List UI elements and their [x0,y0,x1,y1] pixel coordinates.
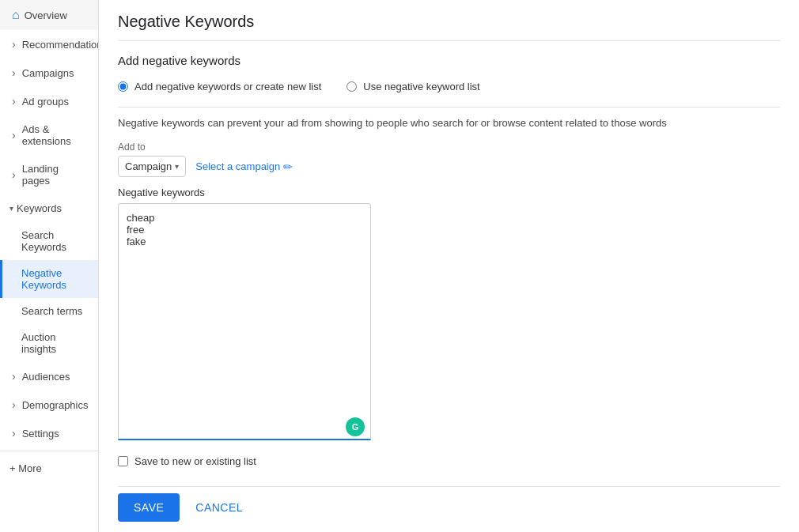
page-title: Negative Keywords [118,13,780,41]
grammarly-icon: G [346,417,365,436]
select-campaign-link[interactable]: Select a campaign ✏ [195,160,293,173]
sidebar-item-more[interactable]: + More [0,455,98,482]
save-to-list-label[interactable]: Save to new or existing list [134,455,256,467]
sidebar-item-adgroups[interactable]: Ad groups [0,87,98,115]
neg-keywords-label: Negative keywords [118,187,780,198]
sidebar-item-search-terms[interactable]: Search terms [0,298,98,324]
radio-add-label: Add negative keywords or create new list [134,80,321,94]
sidebar-item-ads-extensions[interactable]: Ads & extensions [0,115,98,155]
save-to-list-row: Save to new or existing list [118,455,780,467]
radio-option-use-list[interactable]: Use negative keyword list [346,80,479,94]
campaign-select-dropdown[interactable]: Campaign ▾ [118,156,186,177]
sidebar-item-demographics[interactable]: Demographics [0,391,98,419]
info-text: Negative keywords can prevent your ad fr… [118,117,780,129]
neg-keywords-textarea[interactable]: cheap free fake [118,203,371,440]
main-content: Negative Keywords Add negative keywords … [99,0,799,532]
edit-icon: ✏ [283,160,293,173]
sidebar-item-negative-keywords[interactable]: Negative Keywords [0,260,98,298]
keywords-arrow: ▾ [9,204,13,213]
sidebar-item-keywords[interactable]: ▾ Keywords [0,194,98,222]
cancel-button[interactable]: CANCEL [192,493,246,522]
sidebar-item-overview[interactable]: ⌂ Overview [0,0,98,30]
sidebar-divider [0,451,98,451]
chevron-down-icon: ▾ [175,162,179,171]
add-section-title: Add negative keywords [118,54,780,67]
sidebar: ⌂ Overview Recommendations Campaigns Ad … [0,0,99,532]
sidebar-item-landing-pages[interactable]: Landing pages [0,155,98,194]
section-divider-1 [118,107,780,108]
sidebar-item-auction-insights[interactable]: Auction insights [0,324,98,362]
sidebar-item-search-keywords[interactable]: Search Keywords [0,222,98,260]
textarea-wrapper: cheap free fake G [118,203,371,443]
action-buttons: SAVE CANCEL [118,486,780,522]
sidebar-item-campaigns[interactable]: Campaigns [0,58,98,87]
campaign-select-label: Campaign [125,160,172,172]
campaign-row: Campaign ▾ Select a campaign ✏ [118,156,780,177]
select-campaign-text: Select a campaign [195,160,280,172]
sidebar-item-recommendations[interactable]: Recommendations [0,30,98,58]
add-to-section: Add to Campaign ▾ Select a campaign ✏ [118,141,780,177]
home-icon: ⌂ [12,8,20,22]
sidebar-item-audiences[interactable]: Audiences [0,362,98,391]
radio-option-add[interactable]: Add negative keywords or create new list [118,80,321,94]
sidebar-item-settings[interactable]: Settings [0,419,98,447]
radio-use-list[interactable] [346,81,357,92]
radio-use-list-label: Use negative keyword list [363,80,479,94]
radio-add-keywords[interactable] [118,81,128,92]
save-to-list-checkbox[interactable] [118,456,128,466]
add-to-label: Add to [118,141,780,153]
radio-group: Add negative keywords or create new list… [118,80,780,94]
save-button[interactable]: SAVE [118,493,180,522]
